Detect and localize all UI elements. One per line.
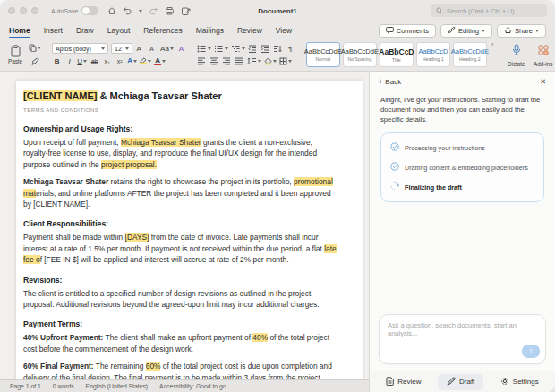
clear-formatting-button[interactable]: A: [176, 43, 186, 55]
text-effects-button[interactable]: A: [127, 55, 137, 67]
tab-insert[interactable]: Insert: [44, 21, 63, 39]
share-button[interactable]: Share: [497, 24, 546, 38]
tab-view[interactable]: View: [276, 21, 292, 39]
chevron-down-icon: [535, 30, 539, 32]
borders-icon[interactable]: [279, 55, 292, 67]
style-name: Title: [392, 57, 401, 63]
bullet-list-icon[interactable]: [197, 43, 211, 55]
print-icon[interactable]: [165, 6, 175, 15]
font-group: Aptos (body) 12 Aˆ Aˇ Aa A B I U ab x₂ x…: [52, 41, 186, 68]
menu-right-buttons: Comments Editing Share: [379, 24, 546, 38]
italic-button[interactable]: I: [64, 55, 74, 67]
change-case-button[interactable]: Aa: [160, 43, 174, 55]
justify-icon[interactable]: [235, 55, 244, 67]
align-right-icon[interactable]: [222, 55, 232, 67]
close-icon[interactable]: ✕: [540, 77, 546, 86]
style-heading-2[interactable]: AaBbCcDdEHeading 2: [453, 42, 487, 67]
style-no-spacing[interactable]: AaBbCcDdENo Spacing: [343, 42, 377, 67]
section-heading: Revisions:: [23, 276, 338, 285]
text-run: Mchiaga Tsavsar Shater: [121, 138, 201, 147]
ribbon-tools: DictateAdd-insEditor: [504, 41, 555, 68]
status-item[interactable]: Accessibility: Good to go: [159, 383, 226, 389]
tab-draw[interactable]: Draw: [76, 21, 94, 39]
zoom-window-button[interactable]: [31, 7, 38, 14]
text-run: f [FEE IN $] will be applied and interes…: [40, 255, 289, 264]
undo-chevron-down-icon[interactable]: [139, 10, 142, 13]
comments-button[interactable]: Comments: [379, 24, 436, 38]
pilcrow-icon[interactable]: ¶: [286, 43, 295, 55]
tab-references[interactable]: References: [143, 21, 182, 39]
style-title[interactable]: AaBbCcDTitle: [380, 42, 414, 67]
progress-card: Processing your instructionsDrafting con…: [380, 132, 544, 202]
dictate-button[interactable]: Dictate: [504, 43, 528, 67]
shading-icon[interactable]: [264, 55, 277, 67]
tab-review[interactable]: Review: [237, 21, 262, 39]
format-painter-icon[interactable]: [29, 55, 41, 67]
send-button[interactable]: ↑: [522, 345, 540, 358]
increase-indent-icon[interactable]: [260, 43, 270, 55]
status-item[interactable]: 0 words: [53, 383, 74, 389]
status-item[interactable]: Page 1 of 1: [10, 383, 41, 389]
share-export-icon[interactable]: [181, 6, 191, 16]
numbered-list-icon[interactable]: [214, 43, 228, 55]
shrink-font-button[interactable]: Aˇ: [148, 43, 158, 55]
style-preview: AaBbCcD: [379, 47, 414, 56]
paragraph: 40% Upfront Payment: The client shall ma…: [23, 332, 338, 354]
grow-font-button[interactable]: Aˆ: [135, 43, 145, 55]
undo-icon[interactable]: [123, 6, 132, 15]
dictate-label: Dictate: [508, 61, 525, 67]
superscript-button[interactable]: x²: [115, 55, 124, 67]
font-color-button[interactable]: A: [154, 55, 166, 67]
home-icon[interactable]: [107, 6, 116, 15]
redo-icon[interactable]: [149, 6, 158, 15]
tab-layout[interactable]: Layout: [107, 21, 131, 39]
text-run: project proposal.: [101, 160, 157, 169]
style-normal[interactable]: AaBbCcDdENormal: [306, 42, 340, 67]
step-label: Finalizing the draft: [405, 183, 462, 192]
ribbon-tabs: HomeInsertDrawLayoutReferencesMailingsRe…: [9, 21, 292, 39]
document-heading: [CLIENT NAME] & Mchiaga Tsavsar Shater: [23, 90, 338, 101]
tab-mailings[interactable]: Mailings: [196, 21, 224, 39]
subscript-button[interactable]: x₂: [102, 55, 112, 67]
font-size-select[interactable]: 12: [111, 43, 132, 54]
copy-icon[interactable]: [29, 42, 41, 54]
document-page[interactable]: [CLIENT NAME] & Mchiaga Tsavsar Shater T…: [16, 81, 363, 392]
align-left-icon[interactable]: [197, 55, 207, 67]
paste-button[interactable]: Paste: [5, 45, 25, 64]
back-button[interactable]: ‹ Back: [379, 77, 401, 86]
chat-input[interactable]: [380, 315, 545, 347]
text-run: 60%: [146, 362, 161, 371]
multilevel-list-icon[interactable]: [231, 43, 245, 55]
bold-button[interactable]: B: [52, 55, 62, 67]
tab-home[interactable]: Home: [9, 21, 30, 39]
title-bar: AutoSave Document1: [0, 0, 555, 21]
footer-tab-settings[interactable]: Settings: [491, 374, 548, 390]
autosave-control[interactable]: AutoSave: [51, 6, 98, 15]
search-input[interactable]: Search (Cmd + Ctrl + U): [431, 4, 547, 17]
text-run: [DAYS]: [125, 233, 149, 242]
decrease-indent-icon[interactable]: [248, 43, 258, 55]
document-viewport[interactable]: [CLIENT NAME] & Mchiaga Tsavsar Shater T…: [0, 72, 369, 392]
add-ins-button[interactable]: Add-ins: [531, 43, 555, 67]
line-spacing-icon[interactable]: [247, 55, 261, 67]
underline-button[interactable]: U: [77, 55, 87, 67]
chat-input-container[interactable]: ↑: [379, 314, 546, 364]
footer-tab-draft[interactable]: Draft: [438, 374, 483, 390]
autosave-toggle[interactable]: [81, 6, 98, 15]
font-name-select[interactable]: Aptos (body): [52, 43, 108, 54]
paragraph: The client is entitled to a specified nu…: [23, 288, 338, 311]
align-center-icon[interactable]: [209, 55, 219, 67]
font-name-value: Aptos (body): [56, 46, 91, 52]
share-icon: [504, 26, 512, 36]
editing-mode-button[interactable]: Editing: [440, 24, 492, 38]
style-heading-1[interactable]: AaBbCcDHeading 1: [416, 42, 450, 67]
close-window-button[interactable]: [8, 7, 15, 14]
add-ins-label: Add-ins: [534, 61, 552, 67]
gallery-more-chevron-icon[interactable]: ›: [491, 41, 493, 68]
highlight-color-button[interactable]: [140, 55, 151, 67]
strikethrough-button[interactable]: ab: [90, 55, 99, 67]
minimize-window-button[interactable]: [20, 7, 27, 14]
sort-icon[interactable]: [273, 43, 283, 55]
footer-tab-review[interactable]: Review: [377, 374, 430, 390]
status-item[interactable]: English (United States): [86, 383, 149, 389]
